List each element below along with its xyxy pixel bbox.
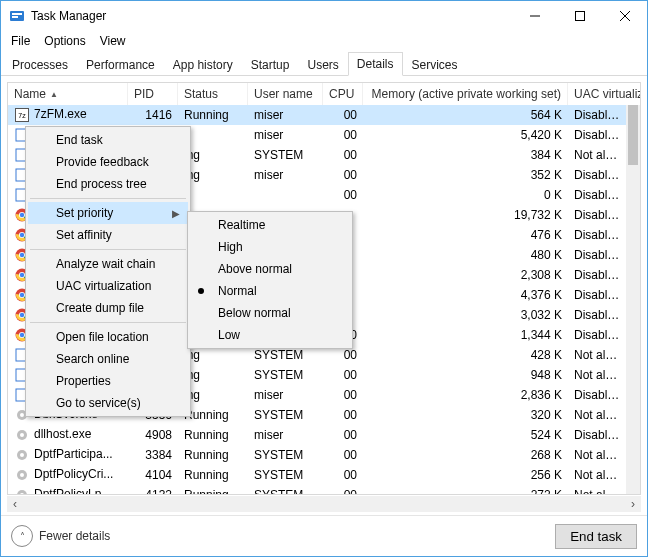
process-icon bbox=[14, 427, 30, 443]
context-menu-item[interactable]: Provide feedback bbox=[28, 151, 188, 173]
footer: ˄ Fewer details End task bbox=[1, 515, 647, 556]
priority-menu-item[interactable]: Realtime bbox=[190, 214, 350, 236]
context-menu-item[interactable]: End task bbox=[28, 129, 188, 151]
end-task-button[interactable]: End task bbox=[555, 524, 637, 549]
tabstrip: Processes Performance App history Startu… bbox=[1, 51, 647, 76]
menubar: File Options View bbox=[1, 31, 647, 51]
col-cpu[interactable]: CPU bbox=[323, 83, 363, 105]
table-row[interactable]: dllhost.exe4908Runningmiser00524 KDisabl… bbox=[8, 425, 626, 445]
context-menu-item[interactable]: Go to service(s) bbox=[28, 392, 188, 414]
table-row[interactable]: DptfParticipa...3384RunningSYSTEM00268 K… bbox=[8, 445, 626, 465]
minimize-button[interactable] bbox=[512, 1, 557, 31]
svg-point-27 bbox=[20, 293, 24, 297]
svg-point-24 bbox=[20, 273, 24, 277]
table-row[interactable]: DptfPolicyCri...4104RunningSYSTEM00256 K… bbox=[8, 465, 626, 485]
menu-file[interactable]: File bbox=[5, 32, 36, 50]
priority-menu-item[interactable]: High bbox=[190, 236, 350, 258]
fewer-details-label: Fewer details bbox=[39, 529, 110, 543]
col-pid[interactable]: PID bbox=[128, 83, 178, 105]
scroll-left-icon[interactable]: ‹ bbox=[7, 496, 23, 512]
process-icon: 7z bbox=[14, 107, 30, 123]
radio-dot-icon bbox=[198, 288, 204, 294]
svg-point-33 bbox=[20, 333, 24, 337]
priority-menu-item[interactable]: Normal bbox=[190, 280, 350, 302]
horizontal-scrollbar[interactable]: ‹ › bbox=[7, 496, 641, 512]
window-title: Task Manager bbox=[31, 9, 106, 23]
details-content: Name▲ PID Status User name CPU Memory (a… bbox=[1, 76, 647, 515]
menu-options[interactable]: Options bbox=[38, 32, 91, 50]
tab-app-history[interactable]: App history bbox=[164, 53, 242, 76]
chevron-up-icon: ˄ bbox=[11, 525, 33, 547]
svg-point-44 bbox=[20, 473, 24, 477]
context-menu-item[interactable]: Set affinity bbox=[28, 224, 188, 246]
scrollbar-thumb[interactable] bbox=[628, 105, 638, 165]
col-name[interactable]: Name▲ bbox=[8, 83, 128, 105]
priority-menu-item[interactable]: Below normal bbox=[190, 302, 350, 324]
col-uac[interactable]: UAC virtualization bbox=[568, 83, 640, 105]
tab-startup[interactable]: Startup bbox=[242, 53, 299, 76]
tab-users[interactable]: Users bbox=[298, 53, 347, 76]
task-manager-icon bbox=[9, 8, 25, 24]
tab-performance[interactable]: Performance bbox=[77, 53, 164, 76]
svg-point-42 bbox=[20, 453, 24, 457]
context-menu-item[interactable]: Open file location bbox=[28, 326, 188, 348]
context-menu-item[interactable]: End process tree bbox=[28, 173, 188, 195]
svg-rect-2 bbox=[12, 16, 18, 18]
sort-asc-icon: ▲ bbox=[50, 90, 58, 99]
context-menu[interactable]: End taskProvide feedbackEnd process tree… bbox=[25, 126, 191, 417]
svg-rect-1 bbox=[12, 13, 22, 15]
svg-point-40 bbox=[20, 433, 24, 437]
table-row[interactable]: DptfPolicyLp...4132RunningSYSTEM00272 KN… bbox=[8, 485, 626, 494]
context-menu-item[interactable]: Create dump file bbox=[28, 297, 188, 319]
svg-point-21 bbox=[20, 253, 24, 257]
context-menu-item[interactable]: Set priority▶ bbox=[28, 202, 188, 224]
process-icon bbox=[14, 467, 30, 483]
vertical-scrollbar[interactable] bbox=[626, 105, 640, 494]
process-icon bbox=[14, 487, 30, 494]
task-manager-window: Task Manager File Options View Processes… bbox=[0, 0, 648, 557]
svg-text:7z: 7z bbox=[18, 112, 26, 119]
svg-point-15 bbox=[20, 213, 24, 217]
context-menu-item[interactable]: UAC virtualization bbox=[28, 275, 188, 297]
priority-submenu[interactable]: RealtimeHighAbove normalNormalBelow norm… bbox=[187, 211, 353, 349]
tab-processes[interactable]: Processes bbox=[3, 53, 77, 76]
submenu-arrow-icon: ▶ bbox=[172, 208, 180, 219]
menu-view[interactable]: View bbox=[94, 32, 132, 50]
svg-rect-4 bbox=[575, 12, 584, 21]
fewer-details-button[interactable]: ˄ Fewer details bbox=[11, 525, 110, 547]
col-memory[interactable]: Memory (active private working set) bbox=[363, 83, 568, 105]
svg-point-30 bbox=[20, 313, 24, 317]
priority-menu-item[interactable]: Low bbox=[190, 324, 350, 346]
tab-services[interactable]: Services bbox=[403, 53, 467, 76]
maximize-button[interactable] bbox=[557, 1, 602, 31]
process-icon bbox=[14, 447, 30, 463]
context-menu-item[interactable]: Analyze wait chain bbox=[28, 253, 188, 275]
context-menu-item[interactable]: Properties bbox=[28, 370, 188, 392]
context-menu-item[interactable]: Search online bbox=[28, 348, 188, 370]
close-button[interactable] bbox=[602, 1, 647, 31]
table-row[interactable]: 7z7zFM.exe1416Runningmiser00564 KDisable… bbox=[8, 105, 626, 125]
priority-menu-item[interactable]: Above normal bbox=[190, 258, 350, 280]
svg-point-18 bbox=[20, 233, 24, 237]
titlebar: Task Manager bbox=[1, 1, 647, 31]
col-status[interactable]: Status bbox=[178, 83, 248, 105]
col-user[interactable]: User name bbox=[248, 83, 323, 105]
svg-point-38 bbox=[20, 413, 24, 417]
tab-details[interactable]: Details bbox=[348, 52, 403, 76]
scroll-right-icon[interactable]: › bbox=[625, 496, 641, 512]
grid-header: Name▲ PID Status User name CPU Memory (a… bbox=[8, 83, 640, 106]
